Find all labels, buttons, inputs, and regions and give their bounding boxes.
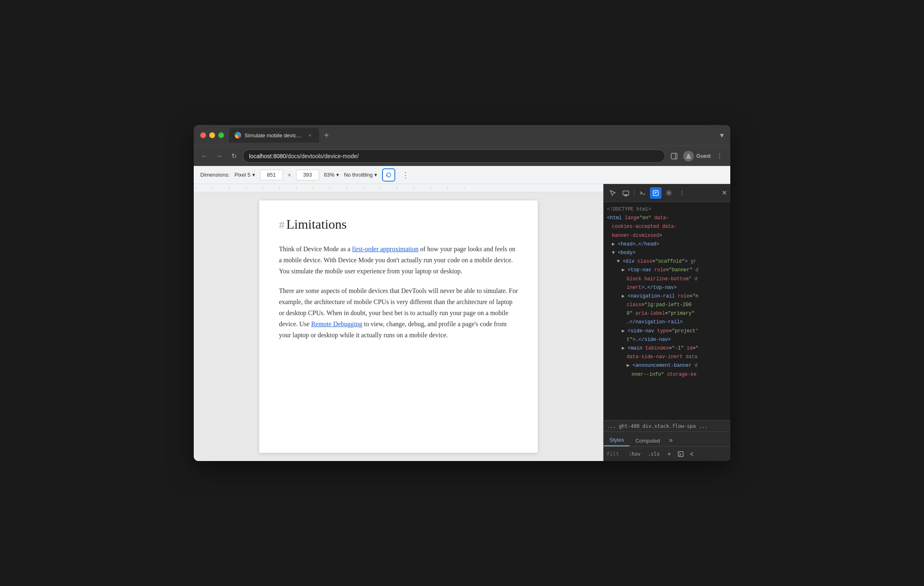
address-path: /docs/devtools/device-mode/ [286,153,358,159]
breadcrumb-text: ... ght-400 div.stack.flow-spa ... [607,423,708,429]
hov-button[interactable]: :hov [627,450,643,458]
first-order-link[interactable]: first-order approximation [352,245,419,252]
html-line: cookies-accepted data- [607,223,727,231]
html-line: nner--info" storage-ke [607,370,727,379]
profile-label: Guest [696,153,711,159]
devtools-bottom-tabs: Styles Computed » [604,432,730,446]
height-input[interactable] [296,170,319,180]
title-bar-actions: ▾ [720,131,724,140]
back-button[interactable]: ← [199,150,210,162]
tab-favicon [235,132,241,139]
html-line: <html lang="en" data- [607,214,727,223]
ruler-tick [195,187,196,189]
styles-tab[interactable]: Styles [604,434,630,446]
ruler-tick [212,187,213,189]
ruler-tick [380,187,380,189]
profile-icon [683,151,694,161]
zoom-selector[interactable]: 83% ▾ [324,172,339,178]
page-content: #Limitations Think of Device Mode as a f… [194,184,603,461]
device-selector[interactable]: Pixel 5 ▾ [235,172,255,178]
toggle-sidebar-devtools-button[interactable] [688,450,696,458]
ruler-tick [447,187,448,189]
ruler-tick [346,187,347,189]
filter-input[interactable] [607,451,623,457]
ruler-tick [296,187,297,189]
html-line: data-side-nav-inert data [607,353,727,361]
console-tab-button[interactable] [637,187,648,199]
inspect-dom-button[interactable] [677,450,685,458]
browser-window: Simulate mobile devices with D × + ▾ ← →… [194,125,730,461]
device-toolbar: Dimensions: Pixel 5 ▾ × 83% ▾ No throttl… [194,166,730,184]
page-paragraph-2: There are some aspects of mobile devices… [279,285,518,341]
elements-tab-button[interactable] [650,187,661,199]
toolbar-separator [634,189,634,197]
ruler-tick [430,187,431,189]
ruler-tick [263,187,263,189]
ruler-tick [229,187,229,189]
maximize-button[interactable] [218,132,224,138]
devtools-more-button[interactable]: ⋮ [676,187,688,199]
ruler-tick [279,187,280,189]
devtools-html-content[interactable]: <!DOCTYPE html> <html lang="en" data- co… [604,202,730,420]
close-button[interactable] [200,132,206,138]
html-line: 0" aria-label="primary" [607,309,727,318]
minimize-button[interactable] [209,132,215,138]
html-line: ▶ <announcement-banner d [607,361,727,370]
device-mode-button[interactable] [620,187,632,199]
html-line: <!DOCTYPE html> [607,205,727,214]
devtools-close-button[interactable]: ✕ [722,189,727,197]
cls-button[interactable]: .cls [646,450,662,458]
page-paragraph-1: Think of Device Mode as a first-order ap… [279,243,518,277]
throttle-selector[interactable]: No throttling ▾ [344,172,377,178]
forward-button[interactable]: → [213,150,225,162]
device-select-arrow: ▾ [252,172,255,178]
throttle-arrow: ▾ [374,172,377,178]
ruler-tick [313,187,313,189]
rotate-button[interactable] [382,168,395,182]
devtools-breadcrumb: ... ght-400 div.stack.flow-spa ... [604,420,730,432]
remote-debugging-link[interactable]: Remote Debugging [311,320,362,327]
nav-bar: ← → ↻ localhost:8080/docs/devtools/devic… [194,145,730,166]
ruler-tick [246,187,246,189]
page-frame: #Limitations Think of Device Mode as a f… [259,200,538,453]
svg-point-9 [668,192,670,194]
devtools-filter-bar: :hov .cls + [604,446,730,461]
computed-tab[interactable]: Computed [630,435,666,446]
dimensions-label: Dimensions: [200,172,230,178]
ruler-tick [464,187,464,189]
address-bar[interactable]: localhost:8080/docs/devtools/device-mode… [243,150,665,163]
html-line: ▶ <main tabindex="-1" id=" [607,344,727,353]
ruler-tick [330,187,330,189]
svg-rect-0 [671,153,677,159]
html-line: ▶ <head>…</head> [607,240,727,249]
refresh-button[interactable]: ↻ [228,150,240,162]
html-line: t">…</side-nav> [607,336,727,344]
nav-actions: Guest ⋮ [668,150,725,162]
dimension-separator: × [288,172,291,178]
toolbar-more-button[interactable]: ⋮ [400,170,411,179]
page-viewport[interactable]: #Limitations Think of Device Mode as a f… [194,192,603,461]
new-tab-button[interactable]: + [321,129,332,141]
tab-close-button[interactable]: × [307,132,313,139]
sidebar-toggle-button[interactable] [668,150,680,162]
tabs-more-button[interactable]: » [666,434,676,446]
add-style-rule-button[interactable]: + [665,450,673,458]
address-text: localhost:8080/docs/devtools/device-mode… [249,153,359,159]
active-tab[interactable]: Simulate mobile devices with D × [229,128,319,143]
inspect-element-button[interactable] [607,187,618,199]
html-line: ▶ <side-nav type="project' [607,327,727,336]
html-line: ▼ <div class="scaffold"> gr [607,257,727,266]
devtools-toolbar: ⋮ ✕ [604,184,730,202]
html-line: banner-dismissed> [607,232,727,240]
profile-button[interactable]: Guest [683,151,711,161]
html-line: ▶ <navigation-rail role="n [607,292,727,301]
settings-button[interactable] [663,187,675,199]
browser-menu-button[interactable]: ⋮ [714,150,725,162]
tab-bar: Simulate mobile devices with D × + [229,128,715,143]
tab-menu-icon[interactable]: ▾ [720,131,724,140]
html-line: …</navigation-rail> [607,318,727,327]
ruler-tick [397,187,397,189]
main-area: #Limitations Think of Device Mode as a f… [194,184,730,461]
width-input[interactable] [260,170,283,180]
html-line: block hairline-bottom" d [607,275,727,284]
